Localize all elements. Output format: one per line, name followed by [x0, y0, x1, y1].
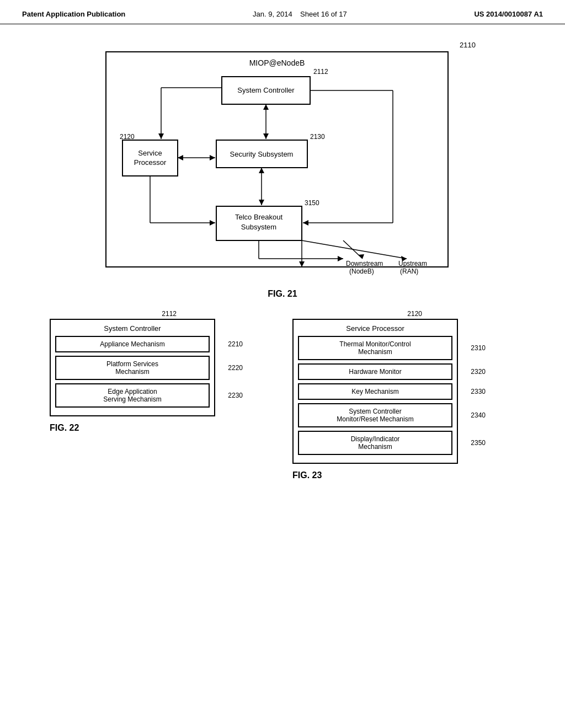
fig22-item-2-wrapper: Platform Services Mechanism 2220: [55, 356, 210, 380]
fig22-title: System Controller: [55, 324, 210, 333]
main-content: 2110 MIOP@eNodeB System Controller 2112 …: [0, 24, 565, 491]
svg-line-46: [302, 240, 407, 259]
header-date-sheet: Jan. 9, 2014 Sheet 16 of 17: [253, 10, 347, 18]
fig23-item-display: Display/Indicator Mechanism: [298, 431, 452, 455]
fig22-ref-2210: 2210: [228, 340, 243, 348]
header-sheet: Sheet 16 of 17: [300, 10, 347, 18]
fig22-outer-box: System Controller Appliance Mechanism 22…: [50, 319, 215, 416]
svg-text:2130: 2130: [310, 133, 325, 141]
svg-text:(RAN): (RAN): [400, 267, 418, 275]
fig23-ref-2320: 2320: [471, 368, 486, 376]
fig23-item-1-wrapper: Thermal Monitor/Control Mechanism 2310: [298, 336, 452, 360]
fig23-item-4-wrapper: System Controller Monitor/Reset Mechanis…: [298, 403, 452, 427]
svg-text:Downstream: Downstream: [346, 260, 383, 267]
fig23-caption: FIG. 23: [292, 470, 458, 480]
fig23-ref: 2120: [292, 310, 422, 318]
svg-text:2112: 2112: [313, 68, 328, 76]
svg-marker-17: [263, 133, 269, 139]
fig22-ref: 2112: [50, 310, 177, 318]
svg-marker-34: [303, 220, 308, 226]
fig22-item-appliance: Appliance Mechanism: [55, 336, 210, 352]
svg-marker-37: [338, 256, 343, 261]
svg-text:2120: 2120: [120, 133, 135, 141]
fig23-item-thermal: Thermal Monitor/Control Mechanism: [298, 336, 452, 360]
page-header: Patent Application Publication Jan. 9, 2…: [0, 0, 565, 24]
svg-marker-30: [210, 220, 215, 226]
fig23-ref-2340: 2340: [471, 411, 486, 419]
svg-text:Telco Breakout: Telco Breakout: [235, 213, 282, 221]
svg-marker-27: [158, 133, 164, 139]
fig23-item-hardware: Hardware Monitor: [298, 363, 452, 380]
svg-marker-23: [259, 200, 264, 205]
fig23-item-sysctrl-monitor: System Controller Monitor/Reset Mechanis…: [298, 403, 452, 427]
svg-marker-45: [358, 254, 364, 259]
fig22-item-3-wrapper: Edge Application Serving Mechanism 2230: [55, 383, 210, 408]
svg-text:Processor: Processor: [134, 158, 167, 167]
svg-text:(NodeB): (NodeB): [349, 267, 374, 275]
fig22-item-1-wrapper: Appliance Mechanism 2210: [55, 336, 210, 352]
fig21-caption: FIG. 21: [89, 289, 476, 299]
svg-marker-20: [210, 155, 215, 160]
fig23-container: 2120 Service Processor Thermal Monitor/C…: [292, 310, 458, 480]
svg-marker-21: [178, 155, 183, 160]
svg-marker-18: [263, 104, 269, 110]
fig23-item-3-wrapper: Key Mechanism 2330: [298, 383, 452, 400]
fig23-ref-2330: 2330: [471, 388, 486, 395]
fig22-caption: FIG. 22: [50, 423, 215, 433]
svg-text:Security Subsystem: Security Subsystem: [230, 150, 294, 158]
fig22-container: 2112 System Controller Appliance Mechani…: [50, 310, 215, 433]
svg-text:3150: 3150: [305, 199, 319, 207]
figs-bottom-row: 2112 System Controller Appliance Mechani…: [33, 310, 532, 480]
svg-text:Service: Service: [138, 149, 162, 157]
svg-marker-39: [299, 261, 305, 267]
fig22-item-edge: Edge Application Serving Mechanism: [55, 383, 210, 408]
fig21-svg: MIOP@eNodeB System Controller 2112 Servi…: [89, 41, 476, 289]
fig23-item-2-wrapper: Hardware Monitor 2320: [298, 363, 452, 380]
header-patent-num: US 2014/0010087 A1: [474, 10, 543, 18]
header-date: Jan. 9, 2014: [253, 10, 292, 18]
fig23-ref-2310: 2310: [471, 344, 486, 352]
fig23-item-key: Key Mechanism: [298, 383, 452, 400]
svg-text:System Controller: System Controller: [237, 86, 295, 94]
fig23-title: Service Processor: [298, 324, 452, 333]
header-publication-label: Patent Application Publication: [22, 10, 125, 18]
svg-text:MIOP@eNodeB: MIOP@eNodeB: [249, 58, 305, 67]
fig22-item-platform: Platform Services Mechanism: [55, 356, 210, 380]
svg-marker-24: [259, 168, 264, 173]
fig23-ref-2350: 2350: [471, 439, 486, 447]
fig22-ref-2230: 2230: [228, 392, 243, 399]
fig23-outer-box: Service Processor Thermal Monitor/Contro…: [292, 319, 458, 464]
fig23-item-5-wrapper: Display/Indicator Mechanism 2350: [298, 431, 452, 455]
svg-text:Subsystem: Subsystem: [241, 223, 276, 231]
fig21-ref-2110: 2110: [460, 41, 476, 49]
fig22-ref-2220: 2220: [228, 364, 243, 372]
fig21-diagram: 2110 MIOP@eNodeB System Controller 2112 …: [89, 41, 476, 299]
